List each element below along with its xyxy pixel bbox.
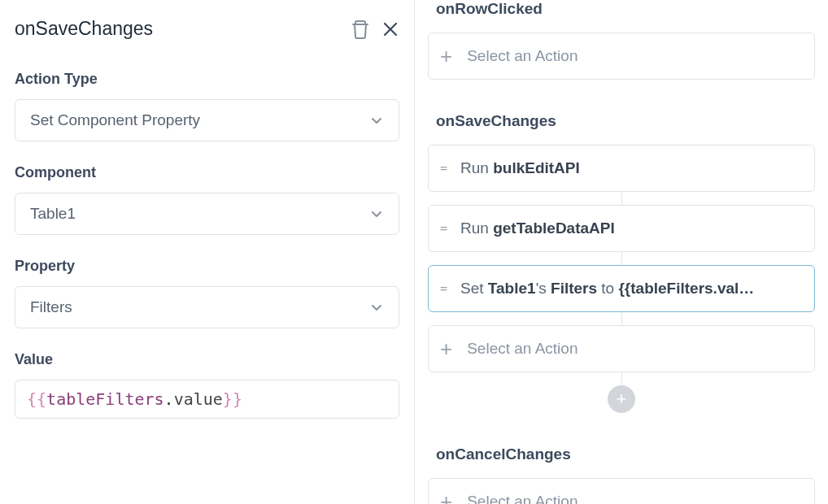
action-placeholder[interactable]: +Select an Action [428, 325, 815, 372]
expr-close: }} [223, 389, 242, 409]
action-list: +Select an Action [428, 33, 815, 80]
connector [621, 252, 622, 265]
field-value: Value {{tableFilters.value}} [15, 351, 399, 419]
expr-ident: tableFilters [46, 389, 164, 409]
plus-icon: + [440, 338, 452, 359]
action-card-text: Select an Action [467, 493, 803, 504]
right-panel: onRowClicked+Select an ActiononSaveChang… [415, 0, 828, 504]
field-component: Component Table1 [15, 164, 399, 235]
select-action-type[interactable]: Set Component Property [15, 99, 399, 141]
connector [621, 372, 622, 385]
event-block-onSaveChanges: onSaveChanges=Run bulkEditAPI=Run getTab… [428, 112, 815, 413]
select-property[interactable]: Filters [15, 286, 399, 328]
expr-open: {{ [27, 389, 46, 409]
label-action-type: Action Type [15, 71, 399, 88]
action-card-text: Select an Action [467, 47, 803, 65]
close-icon[interactable] [381, 20, 399, 38]
connector [621, 192, 622, 205]
chevron-down-icon [369, 206, 384, 221]
plus-icon: + [440, 491, 452, 504]
expr-dot: . [164, 389, 174, 409]
action-card[interactable]: =Run getTableDataAPI [428, 205, 815, 252]
action-card-text: Run bulkEditAPI [460, 159, 803, 177]
chevron-down-icon [369, 300, 384, 315]
select-component-value: Table1 [30, 205, 76, 223]
action-card-text: Run getTableDataAPI [460, 219, 803, 237]
event-title: onSaveChanges [436, 112, 815, 130]
action-list: +Select an Action [428, 478, 815, 504]
action-card[interactable]: =Set Table1's Filters to {{tableFilters.… [428, 265, 815, 312]
select-property-value: Filters [30, 298, 72, 316]
expr-prop: value [174, 389, 223, 409]
event-block-onRowClicked: onRowClicked+Select an Action [428, 0, 815, 80]
field-action-type: Action Type Set Component Property [15, 71, 399, 141]
value-input[interactable]: {{tableFilters.value}} [15, 380, 399, 419]
left-panel: onSaveChanges Action Type Set Component … [0, 0, 415, 504]
plus-icon: + [440, 46, 452, 67]
chevron-down-icon [369, 113, 384, 128]
select-action-type-value: Set Component Property [30, 111, 200, 129]
action-card-text: Select an Action [467, 340, 803, 358]
event-title: onRowClicked [436, 0, 815, 18]
drag-handle-icon: = [440, 163, 446, 175]
trash-icon[interactable] [351, 19, 370, 40]
action-card[interactable]: =Run bulkEditAPI [428, 145, 815, 192]
action-list: =Run bulkEditAPI=Run getTableDataAPI=Set… [428, 145, 815, 413]
add-action-button[interactable]: + [608, 385, 635, 413]
label-property: Property [15, 258, 399, 275]
action-placeholder[interactable]: +Select an Action [428, 33, 815, 80]
action-placeholder[interactable]: +Select an Action [428, 478, 815, 504]
left-panel-header: onSaveChanges [15, 18, 399, 40]
action-card-text: Set Table1's Filters to {{tableFilters.v… [460, 280, 803, 298]
drag-handle-icon: = [440, 223, 446, 235]
left-panel-title: onSaveChanges [15, 18, 153, 40]
drag-handle-icon: = [440, 283, 446, 295]
label-value: Value [15, 351, 399, 368]
select-component[interactable]: Table1 [15, 193, 399, 235]
field-property: Property Filters [15, 258, 399, 328]
event-title: onCancelChanges [436, 445, 815, 463]
label-component: Component [15, 164, 399, 181]
left-header-actions [351, 19, 399, 40]
connector [621, 312, 622, 325]
event-block-onCancelChanges: onCancelChanges+Select an Action [428, 445, 815, 504]
